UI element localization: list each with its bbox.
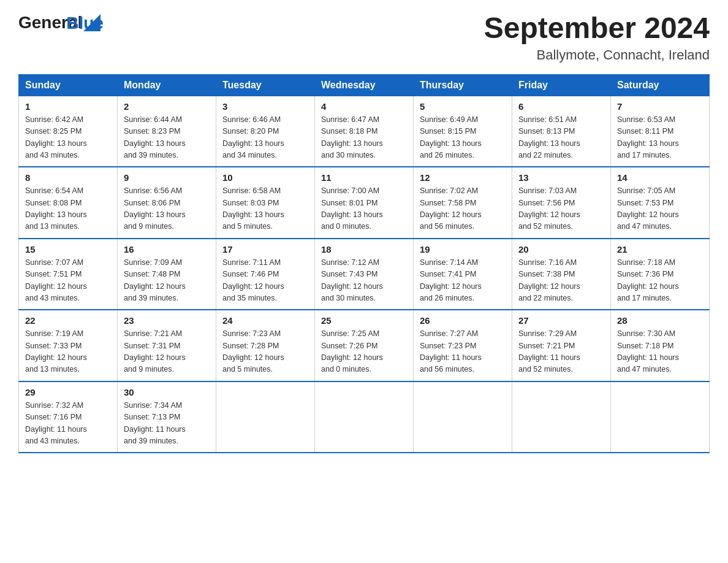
- day-info: Sunrise: 7:05 AMSunset: 7:53 PMDaylight:…: [617, 186, 679, 231]
- calendar-cell: 29 Sunrise: 7:32 AMSunset: 7:16 PMDaylig…: [19, 381, 118, 453]
- day-number: 9: [124, 172, 210, 183]
- day-info: Sunrise: 7:14 AMSunset: 7:41 PMDaylight:…: [420, 258, 482, 302]
- calendar-cell: 2 Sunrise: 6:44 AMSunset: 8:23 PMDayligh…: [118, 96, 216, 167]
- calendar-cell: [216, 381, 315, 453]
- calendar-week-row: 29 Sunrise: 7:32 AMSunset: 7:16 PMDaylig…: [19, 381, 710, 453]
- calendar-week-row: 8 Sunrise: 6:54 AMSunset: 8:08 PMDayligh…: [19, 167, 710, 239]
- day-number: 5: [420, 101, 506, 112]
- calendar-week-row: 15 Sunrise: 7:07 AMSunset: 7:51 PMDaylig…: [19, 239, 710, 310]
- day-info: Sunrise: 6:44 AMSunset: 8:23 PMDaylight:…: [124, 115, 186, 159]
- day-number: 3: [222, 101, 308, 112]
- day-info: Sunrise: 7:27 AMSunset: 7:23 PMDaylight:…: [420, 329, 482, 373]
- calendar-cell: 9 Sunrise: 6:56 AMSunset: 8:06 PMDayligh…: [118, 167, 216, 239]
- calendar-cell: 22 Sunrise: 7:19 AMSunset: 7:33 PMDaylig…: [19, 310, 118, 381]
- day-number: 12: [420, 172, 506, 183]
- day-info: Sunrise: 7:29 AMSunset: 7:21 PMDaylight:…: [518, 329, 580, 373]
- day-info: Sunrise: 7:30 AMSunset: 7:18 PMDaylight:…: [617, 329, 679, 373]
- day-number: 14: [617, 172, 703, 183]
- day-number: 11: [321, 172, 407, 183]
- logo-blue: Blue: [66, 13, 104, 33]
- day-info: Sunrise: 7:18 AMSunset: 7:36 PMDaylight:…: [617, 258, 679, 302]
- day-info: Sunrise: 6:58 AMSunset: 8:03 PMDaylight:…: [222, 186, 284, 231]
- calendar-cell: 13 Sunrise: 7:03 AMSunset: 7:56 PMDaylig…: [512, 167, 611, 239]
- day-info: Sunrise: 6:42 AMSunset: 8:25 PMDaylight:…: [25, 115, 87, 159]
- day-info: Sunrise: 6:51 AMSunset: 8:13 PMDaylight:…: [518, 115, 580, 159]
- day-number: 16: [124, 244, 210, 255]
- calendar-cell: 16 Sunrise: 7:09 AMSunset: 7:48 PMDaylig…: [118, 239, 216, 310]
- calendar-cell: 11 Sunrise: 7:00 AMSunset: 8:01 PMDaylig…: [315, 167, 414, 239]
- calendar-week-row: 22 Sunrise: 7:19 AMSunset: 7:33 PMDaylig…: [19, 310, 710, 381]
- day-number: 15: [25, 244, 111, 255]
- day-number: 29: [25, 387, 111, 397]
- day-info: Sunrise: 7:25 AMSunset: 7:26 PMDaylight:…: [321, 329, 383, 373]
- col-header-tuesday: Tuesday: [216, 74, 315, 96]
- day-info: Sunrise: 6:56 AMSunset: 8:06 PMDaylight:…: [124, 186, 186, 231]
- day-info: Sunrise: 7:11 AMSunset: 7:46 PMDaylight:…: [222, 258, 284, 302]
- day-number: 7: [617, 101, 703, 112]
- day-number: 6: [518, 101, 604, 112]
- day-number: 23: [124, 315, 210, 326]
- day-number: 1: [25, 101, 111, 112]
- day-info: Sunrise: 7:23 AMSunset: 7:28 PMDaylight:…: [222, 329, 284, 373]
- calendar-cell: 27 Sunrise: 7:29 AMSunset: 7:21 PMDaylig…: [512, 310, 611, 381]
- day-info: Sunrise: 7:00 AMSunset: 8:01 PMDaylight:…: [321, 186, 383, 231]
- calendar-cell: 8 Sunrise: 6:54 AMSunset: 8:08 PMDayligh…: [19, 167, 118, 239]
- calendar-cell: 30 Sunrise: 7:34 AMSunset: 7:13 PMDaylig…: [118, 381, 216, 453]
- calendar-cell: 26 Sunrise: 7:27 AMSunset: 7:23 PMDaylig…: [414, 310, 512, 381]
- calendar-subtitle: Ballymote, Connacht, Ireland: [484, 47, 710, 63]
- logo: General Blue: [18, 12, 104, 33]
- col-header-monday: Monday: [118, 74, 216, 96]
- calendar-cell: 1 Sunrise: 6:42 AMSunset: 8:25 PMDayligh…: [19, 96, 118, 167]
- calendar-cell: 20 Sunrise: 7:16 AMSunset: 7:38 PMDaylig…: [512, 239, 611, 310]
- day-number: 22: [25, 315, 111, 326]
- calendar-table: SundayMondayTuesdayWednesdayThursdayFrid…: [18, 74, 710, 454]
- calendar-cell: [512, 381, 611, 453]
- col-header-wednesday: Wednesday: [315, 74, 414, 96]
- day-number: 30: [124, 387, 210, 397]
- day-number: 20: [518, 244, 604, 255]
- calendar-cell: 17 Sunrise: 7:11 AMSunset: 7:46 PMDaylig…: [216, 239, 315, 310]
- calendar-cell: 25 Sunrise: 7:25 AMSunset: 7:26 PMDaylig…: [315, 310, 414, 381]
- day-number: 19: [420, 244, 506, 255]
- calendar-cell: 12 Sunrise: 7:02 AMSunset: 7:58 PMDaylig…: [414, 167, 512, 239]
- day-info: Sunrise: 7:19 AMSunset: 7:33 PMDaylight:…: [25, 329, 87, 373]
- page-header: General Blue September 2024 Ballymote, C…: [18, 12, 710, 63]
- calendar-cell: 19 Sunrise: 7:14 AMSunset: 7:41 PMDaylig…: [414, 239, 512, 310]
- calendar-cell: [315, 381, 414, 453]
- day-number: 21: [617, 244, 703, 255]
- day-number: 27: [518, 315, 604, 326]
- day-info: Sunrise: 6:49 AMSunset: 8:15 PMDaylight:…: [420, 115, 482, 159]
- day-info: Sunrise: 7:34 AMSunset: 7:13 PMDaylight:…: [124, 401, 186, 445]
- col-header-thursday: Thursday: [414, 74, 512, 96]
- title-block: September 2024 Ballymote, Connacht, Irel…: [484, 12, 710, 63]
- calendar-cell: 18 Sunrise: 7:12 AMSunset: 7:43 PMDaylig…: [315, 239, 414, 310]
- day-number: 24: [222, 315, 308, 326]
- calendar-cell: [611, 381, 710, 453]
- day-number: 25: [321, 315, 407, 326]
- calendar-cell: [414, 381, 512, 453]
- day-number: 10: [222, 172, 308, 183]
- calendar-header-row: SundayMondayTuesdayWednesdayThursdayFrid…: [19, 74, 710, 96]
- day-number: 8: [25, 172, 111, 183]
- day-number: 28: [617, 315, 703, 326]
- calendar-cell: 14 Sunrise: 7:05 AMSunset: 7:53 PMDaylig…: [611, 167, 710, 239]
- day-info: Sunrise: 6:46 AMSunset: 8:20 PMDaylight:…: [222, 115, 284, 159]
- col-header-saturday: Saturday: [611, 74, 710, 96]
- day-number: 18: [321, 244, 407, 255]
- day-info: Sunrise: 7:09 AMSunset: 7:48 PMDaylight:…: [124, 258, 186, 302]
- calendar-cell: 3 Sunrise: 6:46 AMSunset: 8:20 PMDayligh…: [216, 96, 315, 167]
- col-header-friday: Friday: [512, 74, 611, 96]
- day-info: Sunrise: 7:12 AMSunset: 7:43 PMDaylight:…: [321, 258, 383, 302]
- calendar-cell: 7 Sunrise: 6:53 AMSunset: 8:11 PMDayligh…: [611, 96, 710, 167]
- calendar-cell: 23 Sunrise: 7:21 AMSunset: 7:31 PMDaylig…: [118, 310, 216, 381]
- day-number: 17: [222, 244, 308, 255]
- day-info: Sunrise: 7:07 AMSunset: 7:51 PMDaylight:…: [25, 258, 87, 302]
- calendar-cell: 15 Sunrise: 7:07 AMSunset: 7:51 PMDaylig…: [19, 239, 118, 310]
- calendar-cell: 21 Sunrise: 7:18 AMSunset: 7:36 PMDaylig…: [611, 239, 710, 310]
- day-info: Sunrise: 6:54 AMSunset: 8:08 PMDaylight:…: [25, 186, 87, 231]
- calendar-cell: 28 Sunrise: 7:30 AMSunset: 7:18 PMDaylig…: [611, 310, 710, 381]
- calendar-cell: 10 Sunrise: 6:58 AMSunset: 8:03 PMDaylig…: [216, 167, 315, 239]
- col-header-sunday: Sunday: [19, 74, 118, 96]
- day-info: Sunrise: 7:21 AMSunset: 7:31 PMDaylight:…: [124, 329, 186, 373]
- day-info: Sunrise: 7:02 AMSunset: 7:58 PMDaylight:…: [420, 186, 482, 231]
